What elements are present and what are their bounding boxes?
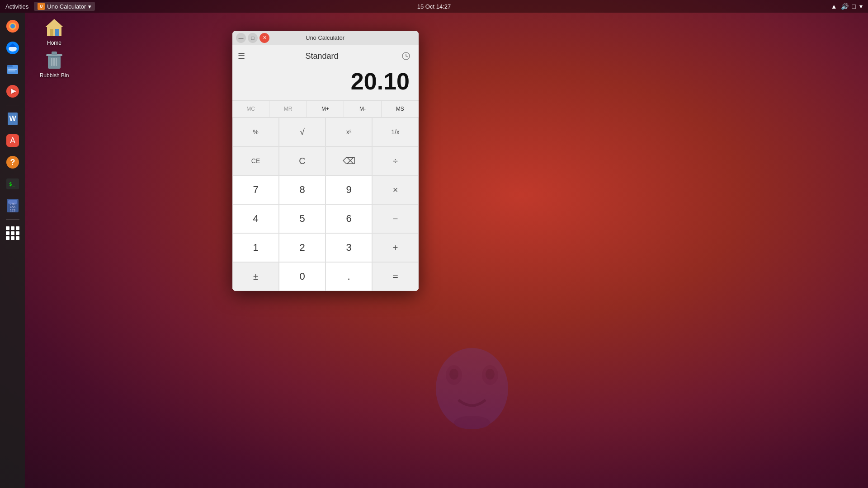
memory-minus-button[interactable]: M-	[344, 101, 381, 117]
dock-item-libreoffice-writer[interactable]: W	[3, 109, 23, 129]
signal-icon: ▲	[831, 3, 837, 10]
dock-item-firefox[interactable]	[3, 16, 23, 36]
ubuntu-mascot-watermark	[409, 334, 535, 461]
svg-text:123: 123	[9, 209, 15, 212]
clear-button[interactable]: C	[279, 146, 326, 175]
square-button[interactable]: x²	[326, 117, 372, 146]
svg-point-42	[486, 369, 495, 380]
dock-item-rhythmbox[interactable]	[3, 81, 23, 101]
calculator-window: — □ ✕ Uno Calculator ☰ Standard 20.10 MC	[232, 31, 419, 291]
calculator-mode: Standard	[305, 52, 338, 61]
calculator-titlebar: — □ ✕ Uno Calculator	[232, 31, 419, 45]
svg-rect-36	[53, 58, 55, 66]
activities-button[interactable]: Activities	[5, 3, 28, 10]
svg-rect-37	[56, 58, 57, 66]
desktop-icon-home-label: Home	[47, 40, 61, 47]
chevron-down-icon[interactable]: ▾	[859, 3, 863, 10]
svg-text:?: ?	[10, 158, 15, 167]
home-icon	[43, 16, 65, 38]
svg-rect-35	[51, 58, 52, 66]
multiply-button[interactable]: ×	[372, 175, 419, 204]
calculator-body: ☰ Standard 20.10 MC MR M+ M- MS % √	[232, 45, 419, 291]
memory-recall-button[interactable]: MR	[269, 101, 307, 117]
svg-point-41	[449, 369, 458, 380]
backspace-button[interactable]: ⌫	[326, 146, 372, 175]
calculator-header: ☰ Standard	[232, 45, 419, 65]
two-button[interactable]: 2	[279, 233, 326, 262]
decimal-button[interactable]: .	[326, 262, 372, 291]
svg-rect-29	[50, 29, 53, 36]
sqrt-button[interactable]: √	[279, 117, 326, 146]
svg-text:A: A	[9, 136, 15, 145]
dock-item-appstore[interactable]: A	[3, 131, 23, 150]
nine-button[interactable]: 9	[326, 175, 372, 204]
svg-point-43	[454, 416, 490, 429]
dock-separator-2	[6, 219, 19, 220]
svg-marker-28	[45, 19, 63, 36]
svg-rect-9	[8, 70, 15, 71]
desktop-icon-rubbish-bin-label: Rubbish Bin	[40, 72, 69, 80]
app-indicator-icon: U	[38, 3, 45, 10]
plusminus-button[interactable]: ±	[232, 262, 279, 291]
zero-button[interactable]: 0	[279, 262, 326, 291]
dock-item-calculator[interactable]: 789 456 123	[3, 196, 23, 216]
one-button[interactable]: 1	[232, 233, 279, 262]
calculator-title: Uno Calculator	[269, 34, 381, 41]
percent-button[interactable]: %	[232, 117, 279, 146]
dock-item-help[interactable]: ?	[3, 152, 23, 172]
divide-button[interactable]: ÷	[372, 146, 419, 175]
add-button[interactable]: +	[372, 233, 419, 262]
history-button[interactable]	[399, 49, 413, 63]
four-button[interactable]: 4	[232, 204, 279, 233]
three-button[interactable]: 3	[326, 233, 372, 262]
topbar-left: Activities U Uno Calculator ▾	[5, 2, 95, 11]
dock-item-terminal[interactable]: $_	[3, 174, 23, 194]
app-indicator-label: Uno Calculator	[47, 3, 86, 10]
trash-icon	[43, 49, 65, 70]
svg-text:W: W	[9, 115, 16, 122]
svg-text:$_: $_	[9, 181, 15, 187]
volume-icon: 🔊	[841, 3, 849, 10]
svg-rect-8	[8, 69, 17, 70]
calculator-display: 20.10	[232, 65, 419, 100]
svg-rect-34	[52, 52, 57, 55]
app-indicator-arrow: ▾	[88, 3, 91, 10]
topbar: Activities U Uno Calculator ▾ 15 Oct 14:…	[0, 0, 868, 13]
memory-store-button[interactable]: MS	[382, 101, 419, 117]
five-button[interactable]: 5	[279, 204, 326, 233]
reciprocal-button[interactable]: 1/x	[372, 117, 419, 146]
calculator-result: 20.10	[241, 70, 410, 93]
six-button[interactable]: 6	[326, 204, 372, 233]
history-icon	[401, 52, 410, 61]
close-button[interactable]: ✕	[259, 33, 269, 43]
minimize-button[interactable]: —	[236, 33, 246, 43]
memory-clear-button[interactable]: MC	[232, 101, 269, 117]
svg-rect-7	[7, 65, 13, 67]
calculator-buttons: % √ x² 1/x CE C ⌫ ÷ 7 8 9 × 4 5 6 − 1 2 …	[232, 117, 419, 291]
memory-row: MC MR M+ M- MS	[232, 100, 419, 117]
titlebar-controls: — □ ✕	[236, 33, 269, 43]
screen-icon: □	[852, 3, 856, 10]
dock-item-show-apps[interactable]	[3, 223, 23, 243]
desktop-icon-rubbish-bin[interactable]: Rubbish Bin	[34, 49, 75, 80]
hamburger-menu-icon[interactable]: ☰	[238, 51, 245, 61]
eight-button[interactable]: 8	[279, 175, 326, 204]
svg-rect-30	[55, 29, 59, 36]
dock-separator-1	[6, 105, 19, 105]
dock-item-files[interactable]	[3, 60, 23, 80]
seven-button[interactable]: 7	[232, 175, 279, 204]
clear-entry-button[interactable]: CE	[232, 146, 279, 175]
desktop-icon-home[interactable]: Home	[34, 16, 75, 47]
dock-item-thunderbird[interactable]	[3, 38, 23, 58]
app-indicator[interactable]: U Uno Calculator ▾	[34, 2, 95, 11]
dock: W A ? $_ 789 456 123	[0, 13, 25, 488]
svg-point-2	[10, 24, 15, 28]
memory-plus-button[interactable]: M+	[307, 101, 344, 117]
equals-button[interactable]: =	[372, 262, 419, 291]
topbar-right: ▲ 🔊 □ ▾	[831, 3, 863, 10]
maximize-button[interactable]: □	[248, 33, 258, 43]
topbar-datetime: 15 Oct 14:27	[417, 3, 451, 10]
subtract-button[interactable]: −	[372, 204, 419, 233]
